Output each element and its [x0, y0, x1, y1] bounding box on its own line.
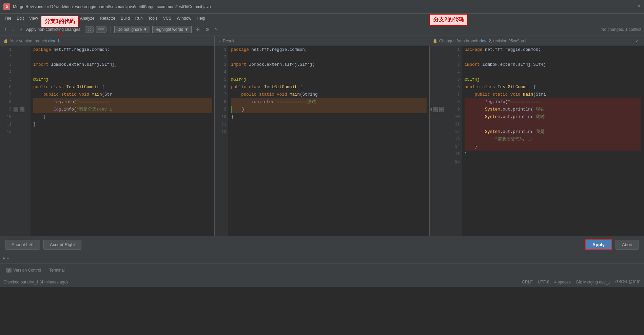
right-checkmark: ✓ — [636, 39, 639, 43]
code-line — [231, 54, 426, 61]
left-lock-icon: 🔒 — [3, 39, 8, 43]
code-line-cursor[interactable]: } — [231, 106, 426, 113]
code-line: } — [33, 121, 212, 128]
left-gutter: ✕ » — [14, 46, 31, 236]
code-line — [465, 68, 641, 76]
center-code-panel: 1 2 3 4 5 6 7 8 9 10 11 12 package net.f… — [215, 46, 429, 236]
expand-icon-2[interactable]: » — [6, 256, 9, 261]
line-num: 2 — [2, 54, 12, 61]
line-num: 9 — [217, 106, 226, 113]
apply-left-btn[interactable]: ⟨⟨ — [85, 26, 94, 33]
prev-conflict-button[interactable]: ↑ — [3, 26, 8, 33]
bottom-tabs: 9 Version Control Terminal — [0, 263, 644, 277]
bottom-toolbar: Accept Left Accept Right Apply Abort — [0, 236, 644, 253]
line-num: 9 — [450, 106, 460, 113]
left-header-prefix: Your version, branch — [10, 39, 47, 43]
center-line-numbers: 1 2 3 4 5 6 7 8 9 10 11 12 — [215, 46, 228, 236]
version-control-tab-num: 9 — [6, 268, 12, 273]
code-line — [33, 68, 212, 76]
do-not-ignore-dropdown[interactable]: Do not ignore ▼ — [114, 26, 150, 33]
code-line: @Slf4j — [33, 76, 212, 83]
line-num: 10 — [2, 113, 12, 121]
annotation-right: 分支2的代码 — [429, 14, 468, 26]
code-line: log.info("============ — [465, 98, 641, 106]
accept-right-btn[interactable]: « — [433, 107, 438, 112]
line-num: 16 — [450, 158, 460, 165]
next-conflict-button[interactable]: ↓ — [10, 26, 16, 33]
line-num: 1 — [217, 46, 226, 54]
code-line: import lombok.extern.slf4j.Slf4j; — [231, 61, 426, 68]
menu-edit[interactable]: Edit — [15, 15, 26, 21]
code-line: public class TestGitCommit { — [231, 83, 426, 91]
apply-button[interactable]: Apply — [585, 239, 612, 250]
line-num: 11 — [2, 121, 12, 128]
status-message: Checked out dev_1 (4 minutes ago) — [3, 280, 68, 284]
line-num: 13 — [450, 136, 460, 143]
code-line: package net.fff.reggie.common; — [231, 46, 426, 54]
terminal-tab-label: Terminal — [49, 268, 64, 273]
center-code-area[interactable]: 1 2 3 4 5 6 7 8 9 10 11 12 package net.f… — [215, 46, 429, 236]
status-extra: GSON @加加 — [615, 279, 641, 285]
menu-file[interactable]: File — [3, 15, 13, 21]
accept-right-button[interactable]: Accept Right — [43, 240, 81, 250]
code-line — [231, 128, 426, 136]
reject-left-btn[interactable]: ✕ — [14, 107, 18, 112]
menu-vcs[interactable]: VCS — [161, 15, 174, 21]
abort-button[interactable]: Abort — [616, 240, 639, 250]
apply-right-btn[interactable]: >>> — [96, 26, 106, 33]
line-num: 4 — [2, 68, 12, 76]
help-button[interactable]: ? — [213, 26, 219, 33]
status-encoding[interactable]: UTF-8 — [538, 280, 549, 284]
version-control-tab-label: Version Control — [13, 268, 41, 273]
right-line-numbers: 1 2 3 4 5 6 7 8 9 10 11 12 13 14 15 16 — [448, 46, 462, 236]
version-control-tab[interactable]: 9 Version Control — [3, 267, 44, 274]
code-line: public static void main(Str — [33, 91, 212, 98]
columns-icon[interactable]: ⊞ — [194, 25, 201, 33]
line-num: 9 — [2, 106, 12, 113]
code-line — [465, 158, 641, 165]
accept-left-button[interactable]: Accept Left — [5, 240, 40, 250]
left-conflict-gutter-9: ✕ » — [14, 106, 31, 113]
menu-analyze[interactable]: Analyze — [78, 15, 97, 21]
menu-tools[interactable]: Tools — [146, 15, 160, 21]
menu-view[interactable]: View — [27, 15, 40, 21]
accept-left-btn[interactable]: » — [20, 107, 24, 112]
status-bar: Checked out dev_1 (4 minutes ago) CRLF U… — [0, 277, 644, 287]
settings-button[interactable]: ⚙ — [203, 26, 211, 33]
highlight-words-dropdown[interactable]: Highlight words ▼ — [152, 26, 192, 33]
menu-window[interactable]: Window — [175, 15, 193, 21]
close-button[interactable]: × — [637, 4, 641, 10]
menu-help[interactable]: Help — [195, 15, 207, 21]
code-line: log.info("我是分支(dev_1 — [33, 106, 212, 113]
code-line: log.info("============ — [33, 98, 212, 106]
status-line-ending[interactable]: CRLF — [522, 280, 532, 284]
left-code-area[interactable]: 1 2 3 4 5 6 7 8 9 10 11 12 — [0, 46, 214, 236]
panels-header: 🔒 Your version, branch dev_1 分支1的代码 ↙ ✓ … — [0, 36, 644, 46]
right-code-area[interactable]: 9 « ✕ 1 2 3 4 5 — [430, 46, 644, 236]
code-line — [231, 121, 426, 128]
menu-refactor[interactable]: Refactor — [98, 15, 117, 21]
expand-bar: ▶ » — [0, 253, 644, 263]
code-line: public static void main(String — [231, 91, 426, 98]
code-line: System.out.println("我是 — [465, 128, 641, 136]
line-num: 11 — [217, 121, 226, 128]
expand-icon[interactable]: ▶ — [3, 256, 5, 261]
line-num: 8 — [217, 98, 226, 106]
code-line: } — [465, 143, 641, 151]
code-line: import lombok.extern.slf4j.Slf4j; — [33, 61, 212, 68]
menu-bar: File Edit View Navigate Code Analyze Ref… — [0, 14, 644, 23]
code-line: package net.fff.reggie.common; — [33, 46, 212, 54]
gutter-empty — [14, 46, 31, 54]
code-line: System.out.println("此时 — [465, 113, 641, 121]
menu-build[interactable]: Build — [119, 15, 132, 21]
magic-button[interactable]: ⚡ — [18, 26, 24, 33]
terminal-tab[interactable]: Terminal — [46, 267, 68, 274]
line-num: 6 — [217, 83, 226, 91]
center-panel-header: ✓ Result — [215, 36, 429, 46]
reject-right-btn[interactable]: ✕ — [439, 107, 444, 112]
menu-run[interactable]: Run — [133, 15, 145, 21]
code-line — [465, 54, 641, 61]
status-indent[interactable]: 4 spaces — [554, 280, 571, 284]
code-line: } — [33, 113, 212, 121]
status-vcs: Git: Merging dev_1 — [576, 280, 610, 284]
